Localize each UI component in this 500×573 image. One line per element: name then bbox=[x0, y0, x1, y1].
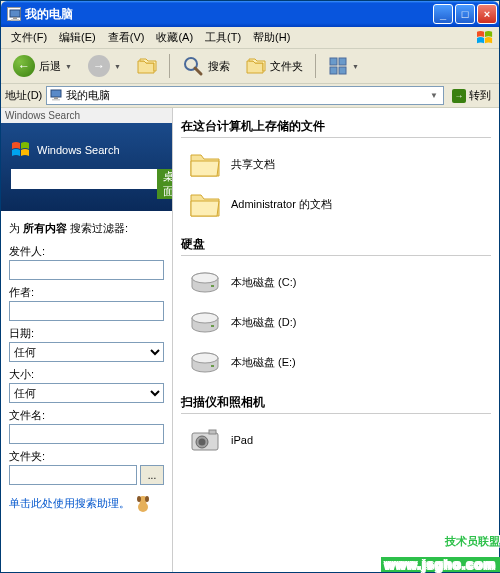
search-label: 搜索 bbox=[208, 59, 230, 74]
windows-logo-icon bbox=[475, 30, 495, 46]
item-Administrator----[interactable]: Administrator 的文档 bbox=[187, 186, 491, 222]
maximize-button[interactable]: □ bbox=[455, 4, 475, 24]
search-assistant-link[interactable]: 单击此处使用搜索助理。 bbox=[9, 493, 164, 513]
item-label: 本地磁盘 (E:) bbox=[231, 355, 296, 369]
date-select[interactable]: 任何 bbox=[9, 342, 164, 362]
sidebar: Windows Search Windows Search 桌面▼ 为 所有内容… bbox=[1, 108, 173, 572]
folders-icon bbox=[246, 57, 266, 75]
titlebar[interactable]: 我的电脑 _ □ × bbox=[1, 1, 499, 27]
address-dropdown-icon[interactable]: ▼ bbox=[427, 91, 441, 100]
item-label: 本地磁盘 (C:) bbox=[231, 275, 296, 289]
address-label: 地址(D) bbox=[5, 88, 42, 103]
search-icon bbox=[182, 55, 204, 77]
sender-input[interactable] bbox=[9, 260, 164, 280]
windows-search-title: Windows Search bbox=[37, 144, 120, 156]
toolbar-separator bbox=[315, 54, 316, 78]
search-button[interactable]: 搜索 bbox=[176, 52, 236, 80]
item-label: Administrator 的文档 bbox=[231, 197, 332, 211]
back-dropdown-icon: ▼ bbox=[65, 63, 72, 70]
back-arrow-icon: ← bbox=[13, 55, 35, 77]
author-input[interactable] bbox=[9, 301, 164, 321]
folder-label: 文件夹: bbox=[9, 449, 164, 464]
go-arrow-icon: → bbox=[452, 89, 466, 103]
folders-button[interactable]: 文件夹 bbox=[240, 54, 309, 78]
item-iPad[interactable]: iPad bbox=[187, 422, 491, 458]
menu-help[interactable]: 帮助(H) bbox=[247, 28, 296, 47]
back-button[interactable]: ← 后退 ▼ bbox=[7, 52, 78, 80]
drive-icon bbox=[189, 347, 221, 377]
go-label: 转到 bbox=[469, 88, 491, 103]
main-panel: 在这台计算机上存储的文件共享文档Administrator 的文档硬盘本地磁盘 … bbox=[173, 108, 499, 572]
address-icon bbox=[49, 88, 63, 104]
menu-edit[interactable]: 编辑(E) bbox=[53, 28, 102, 47]
go-button[interactable]: → 转到 bbox=[448, 87, 495, 104]
address-field[interactable]: 我的电脑 ▼ bbox=[46, 86, 444, 105]
windows-search-banner: Windows Search 桌面▼ bbox=[1, 123, 172, 211]
views-dropdown-icon: ▼ bbox=[352, 63, 359, 70]
back-label: 后退 bbox=[39, 59, 61, 74]
section-header: 在这台计算机上存储的文件 bbox=[181, 114, 491, 138]
menu-favorites[interactable]: 收藏(A) bbox=[150, 28, 199, 47]
windows-flag-icon bbox=[11, 141, 31, 159]
menu-tools[interactable]: 工具(T) bbox=[199, 28, 247, 47]
addressbar: 地址(D) 我的电脑 ▼ → 转到 bbox=[1, 84, 499, 108]
views-icon bbox=[328, 56, 348, 76]
menu-view[interactable]: 查看(V) bbox=[102, 28, 151, 47]
folders-label: 文件夹 bbox=[270, 59, 303, 74]
item-label: iPad bbox=[231, 433, 253, 447]
windows-search-input[interactable] bbox=[11, 169, 157, 189]
forward-arrow-icon: → bbox=[88, 55, 110, 77]
browse-button[interactable]: ... bbox=[140, 465, 164, 485]
menu-file[interactable]: 文件(F) bbox=[5, 28, 53, 47]
size-label: 大小: bbox=[9, 367, 164, 382]
filter-title: 为 所有内容 搜索过滤器: bbox=[9, 221, 164, 236]
section-header: 硬盘 bbox=[181, 232, 491, 256]
desktop-scope-button[interactable]: 桌面▼ bbox=[157, 169, 173, 199]
forward-dropdown-icon: ▼ bbox=[114, 63, 121, 70]
filename-label: 文件名: bbox=[9, 408, 164, 423]
folder-icon bbox=[189, 189, 221, 219]
views-button[interactable]: ▼ bbox=[322, 53, 365, 79]
size-select[interactable]: 任何 bbox=[9, 383, 164, 403]
item-label: 共享文档 bbox=[231, 157, 275, 171]
item-label: 本地磁盘 (D:) bbox=[231, 315, 296, 329]
sender-label: 发件人: bbox=[9, 244, 164, 259]
windows-search-logo: Windows Search bbox=[11, 141, 162, 159]
toolbar-separator bbox=[169, 54, 170, 78]
address-value: 我的电脑 bbox=[66, 88, 424, 103]
item-----[interactable]: 共享文档 bbox=[187, 146, 491, 182]
date-label: 日期: bbox=[9, 326, 164, 341]
filter-panel: 为 所有内容 搜索过滤器: 发件人: 作者: 日期: 任何 大小: 任何 文件名… bbox=[1, 211, 172, 572]
item-------E--[interactable]: 本地磁盘 (E:) bbox=[187, 344, 491, 380]
dog-icon bbox=[134, 493, 152, 513]
menubar: 文件(F) 编辑(E) 查看(V) 收藏(A) 工具(T) 帮助(H) bbox=[1, 27, 499, 49]
section-header: 扫描仪和照相机 bbox=[181, 390, 491, 414]
toolbar: ← 后退 ▼ → ▼ 搜索 文件夹 ▼ bbox=[1, 49, 499, 84]
camera-icon bbox=[189, 425, 221, 455]
item-------C--[interactable]: 本地磁盘 (C:) bbox=[187, 264, 491, 300]
item-------D--[interactable]: 本地磁盘 (D:) bbox=[187, 304, 491, 340]
windows-search-label: Windows Search bbox=[1, 108, 172, 123]
folder-icon bbox=[189, 149, 221, 179]
up-button[interactable] bbox=[131, 54, 163, 78]
window-title: 我的电脑 bbox=[25, 6, 433, 23]
window-icon bbox=[7, 7, 21, 21]
author-label: 作者: bbox=[9, 285, 164, 300]
filename-input[interactable] bbox=[9, 424, 164, 444]
close-button[interactable]: × bbox=[477, 4, 497, 24]
folder-input[interactable] bbox=[9, 465, 137, 485]
folder-up-icon bbox=[137, 57, 157, 75]
drive-icon bbox=[189, 267, 221, 297]
forward-button[interactable]: → ▼ bbox=[82, 52, 127, 80]
drive-icon bbox=[189, 307, 221, 337]
minimize-button[interactable]: _ bbox=[433, 4, 453, 24]
